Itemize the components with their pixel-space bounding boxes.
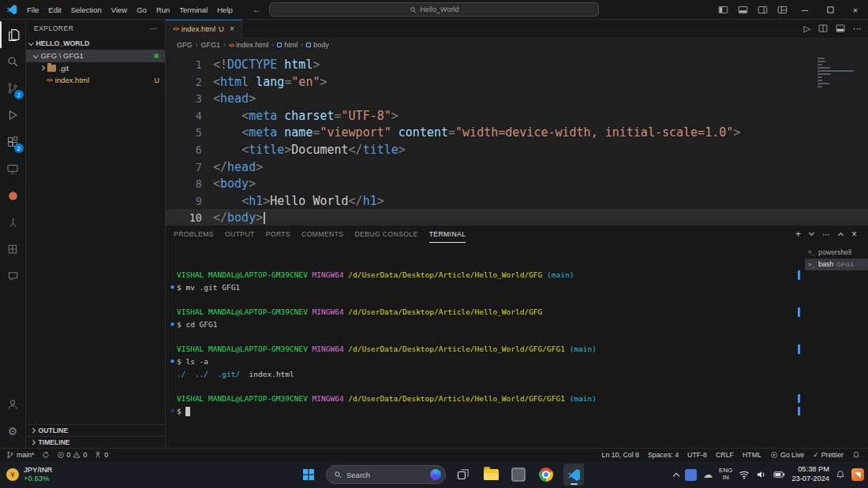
menu-run[interactable]: Run [152, 3, 174, 17]
start-button[interactable] [298, 464, 319, 486]
problems-status[interactable]: 0 0 [57, 451, 88, 459]
sync-status[interactable] [42, 451, 50, 459]
back-arrow-icon[interactable]: ← [253, 5, 261, 14]
task-view-button[interactable] [453, 464, 473, 486]
breadcrumb-item[interactable]: GFG [177, 41, 193, 49]
new-terminal-icon[interactable]: + [795, 229, 801, 240]
activity-bar-item-gitlens[interactable] [0, 209, 26, 236]
chrome-button[interactable] [536, 464, 556, 486]
notifications-bell[interactable] [852, 451, 860, 459]
panel-tab-ports[interactable]: PORTS [266, 225, 290, 243]
branch-status[interactable]: main* [6, 451, 35, 459]
toggle-panel-icon[interactable] [733, 5, 753, 15]
code-line[interactable]: 7</head> [166, 159, 868, 177]
panel-tab-comments[interactable]: COMMENTS [301, 225, 343, 243]
run-button[interactable]: ▷ [804, 24, 810, 34]
encoding[interactable]: UTF-8 [687, 451, 707, 459]
close-panel-icon[interactable]: × [851, 229, 857, 240]
breadcrumb-item[interactable]: html [277, 41, 297, 49]
vscode-button[interactable] [563, 464, 584, 486]
volume-icon[interactable] [756, 470, 767, 479]
code-line[interactable]: 10</body> [166, 210, 868, 225]
breadcrumb-item[interactable]: <>index.html [229, 41, 268, 49]
tray-app-blue-icon[interactable] [685, 469, 697, 481]
activity-bar-item-extensions[interactable]: 2 [0, 129, 26, 155]
activity-bar-item-account[interactable] [0, 391, 26, 418]
menu-selection[interactable]: Selection [66, 3, 107, 17]
app-button[interactable] [508, 464, 529, 486]
panel-tab-output[interactable]: OUTPUT [225, 225, 255, 243]
onedrive-icon[interactable]: ☁ [703, 469, 713, 480]
outline-section[interactable]: OUTLINE [26, 424, 165, 436]
toggle-sidebar-icon[interactable] [713, 5, 733, 15]
command-center-search[interactable]: Hello_World [269, 2, 599, 17]
terminal-list-item[interactable]: >_bashGFG1 [805, 259, 868, 271]
menu-terminal[interactable]: Terminal [174, 3, 212, 17]
terminal-output[interactable]: VISHAL MANDAL@LAPTOP-GM39CNEV MINGW64 /d… [166, 243, 805, 448]
menu-view[interactable]: View [107, 3, 132, 17]
more-actions-icon[interactable]: ⋯ [150, 24, 158, 32]
code-line[interactable]: 6 <title>Document</title> [166, 142, 868, 159]
menu-go[interactable]: Go [132, 3, 152, 17]
activity-bar-item-run-debug[interactable] [0, 102, 26, 129]
activity-bar-item-explorer[interactable] [0, 21, 26, 48]
close-icon[interactable]: × [230, 24, 234, 33]
breadcrumb-item[interactable]: body [306, 41, 329, 49]
activity-bar-item-source-control[interactable]: 2 [0, 75, 26, 102]
indentation[interactable]: Spaces: 4 [648, 451, 679, 459]
split-editor-icon[interactable] [818, 24, 828, 33]
minimap[interactable] [817, 58, 857, 88]
code-editor[interactable]: 1<!DOCTYPE html>2<html lang="en">3<head>… [166, 53, 868, 225]
workspace-section[interactable]: HELLO_WORLD [26, 37, 165, 50]
ports-status[interactable]: 0 [94, 451, 108, 459]
clock[interactable]: 05:38 PM 23-07-2024 [791, 465, 829, 483]
tree-item-git-folder[interactable]: .git [26, 62, 165, 75]
toggle-secondary-sidebar-icon[interactable] [753, 5, 773, 15]
more-actions-icon[interactable]: ⋯ [853, 24, 862, 34]
layout-icon[interactable] [836, 24, 845, 33]
code-line[interactable]: 4 <meta charset="UTF-8"> [166, 108, 868, 125]
go-live-button[interactable]: Go Live [770, 451, 804, 459]
panel-tab-debug-console[interactable]: DEBUG CONSOLE [354, 225, 417, 243]
maximize-button[interactable] [817, 0, 843, 20]
wifi-icon[interactable] [739, 470, 750, 479]
notifications-bell[interactable] [836, 470, 845, 479]
tray-expand-icon[interactable] [673, 472, 679, 479]
customize-layout-icon[interactable] [773, 5, 792, 15]
file-explorer-button[interactable] [481, 464, 501, 486]
tree-item-folder-gfg-gfg1[interactable]: GFG \ GFG1 [26, 50, 165, 62]
terminal-dropdown-icon[interactable] [809, 230, 814, 236]
tree-item-index-html[interactable]: <> index.html U [26, 74, 165, 87]
activity-bar-item-chat[interactable] [0, 263, 26, 289]
activity-bar-item-settings[interactable]: ⚙ [0, 418, 26, 445]
code-line[interactable]: 8<body> [166, 176, 868, 193]
menu-file[interactable]: File [22, 3, 43, 17]
activity-bar-item-search[interactable] [0, 48, 26, 75]
panel-tab-terminal[interactable]: TERMINAL [429, 225, 466, 243]
taskbar-search[interactable]: Search [326, 465, 446, 484]
minimize-button[interactable]: ─ [792, 0, 817, 20]
maximize-panel-icon[interactable] [838, 233, 844, 238]
code-line[interactable]: 3<head> [166, 91, 868, 108]
menu-edit[interactable]: Edit [43, 3, 65, 17]
timeline-section[interactable]: TIMELINE [26, 436, 165, 448]
menu-help[interactable]: Help [212, 3, 238, 17]
breadcrumb-item[interactable]: GFG1 [201, 41, 221, 49]
code-line[interactable]: 2<html lang="en"> [166, 74, 868, 91]
tray-app-orange-icon[interactable]: ◥ [851, 468, 864, 481]
code-line[interactable]: 5 <meta name="viewport" content="width=d… [166, 125, 868, 142]
battery-icon[interactable] [773, 471, 785, 479]
tab-index-html[interactable]: <> index.html U × [166, 20, 242, 37]
formatter-status[interactable]: ✓ Prettier [813, 451, 844, 459]
language-mode[interactable]: HTML [743, 451, 761, 459]
eol-sequence[interactable]: CRLF [716, 451, 734, 459]
activity-bar-item-grid[interactable] [0, 236, 26, 263]
panel-tab-problems[interactable]: PROBLEMS [174, 225, 214, 243]
terminal-list-item[interactable]: >_powershell [805, 246, 868, 259]
cursor-position[interactable]: Ln 10, Col 8 [602, 451, 639, 459]
activity-bar-item-remote-explorer[interactable] [0, 155, 26, 182]
more-actions-icon[interactable]: ⋯ [822, 230, 830, 239]
activity-bar-item-extension-a[interactable] [0, 182, 26, 209]
code-line[interactable]: 1<!DOCTYPE html> [166, 57, 868, 74]
code-line[interactable]: 9 <h1>Hello World</h1> [166, 193, 868, 210]
